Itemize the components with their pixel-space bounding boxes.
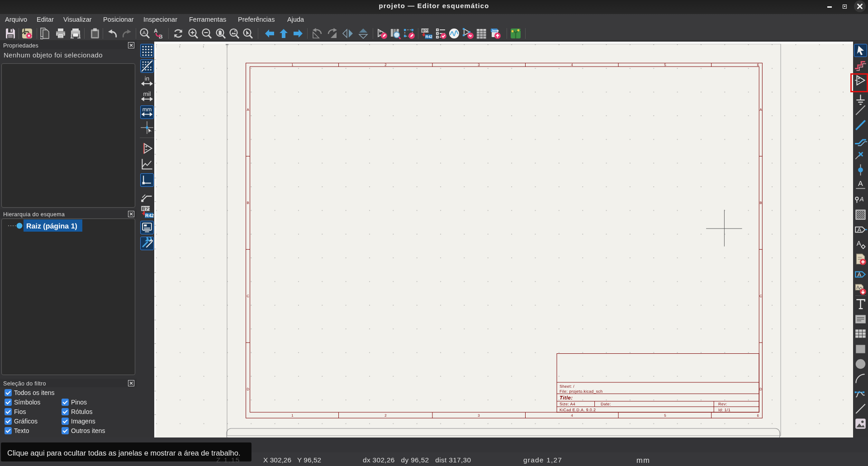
svg-text:D: D	[759, 387, 762, 391]
svg-text:Title:: Title:	[560, 395, 573, 401]
svg-text:R42: R42	[426, 34, 433, 39]
svg-text:R42: R42	[145, 213, 154, 219]
svg-text:B: B	[759, 201, 762, 205]
svg-text:2: 2	[384, 63, 387, 67]
svg-text:1: 1	[291, 63, 294, 67]
svg-text:Rev:: Rev:	[718, 402, 727, 406]
svg-text:mil: mil	[143, 90, 151, 98]
svg-text:1: 1	[291, 414, 294, 418]
svg-text:A: A	[154, 28, 158, 34]
svg-text:C: C	[247, 294, 249, 298]
svg-text:A: A	[858, 271, 862, 278]
svg-text:A: A	[247, 108, 249, 112]
svg-text:6: 6	[757, 63, 759, 67]
svg-text:Id: 1/1: Id: 1/1	[718, 408, 730, 412]
svg-text:B: B	[247, 201, 249, 205]
svg-text:R??: R??	[142, 206, 151, 212]
svg-text:4: 4	[571, 414, 573, 418]
svg-text:Date:: Date:	[601, 402, 611, 406]
svg-text:D: D	[247, 387, 249, 391]
svg-text:R??: R??	[422, 29, 430, 33]
svg-text:Size: A4: Size: A4	[560, 402, 575, 406]
svg-text:A: A	[142, 30, 146, 36]
svg-text:A: A	[857, 239, 862, 247]
svg-text:.bom: .bom	[491, 29, 499, 33]
svg-text:A: A	[856, 285, 860, 290]
svg-text:A: A	[858, 180, 863, 188]
svg-text:A: A	[759, 108, 762, 112]
svg-text:5: 5	[664, 414, 666, 418]
svg-text:2: 2	[384, 414, 387, 418]
svg-text:5: 5	[664, 63, 666, 67]
svg-text:mm: mm	[142, 106, 152, 113]
svg-text:3: 3	[478, 63, 480, 67]
svg-text:A: A	[859, 195, 863, 203]
svg-text:Raiz (página 1): Raiz (página 1)	[26, 223, 77, 230]
svg-text:Sheet: /: Sheet: /	[560, 384, 574, 389]
svg-text:C: C	[759, 294, 762, 298]
svg-text:3: 3	[478, 414, 480, 418]
svg-text:A: A	[858, 227, 862, 233]
svg-text:KiCad E.D.A. 9.0.2: KiCad E.D.A. 9.0.2	[560, 408, 596, 412]
svg-text:6: 6	[757, 414, 759, 418]
svg-text:in: in	[145, 75, 149, 82]
svg-text:File: projeto.kicad_sch: File: projeto.kicad_sch	[560, 389, 603, 394]
svg-text:4: 4	[571, 63, 573, 67]
